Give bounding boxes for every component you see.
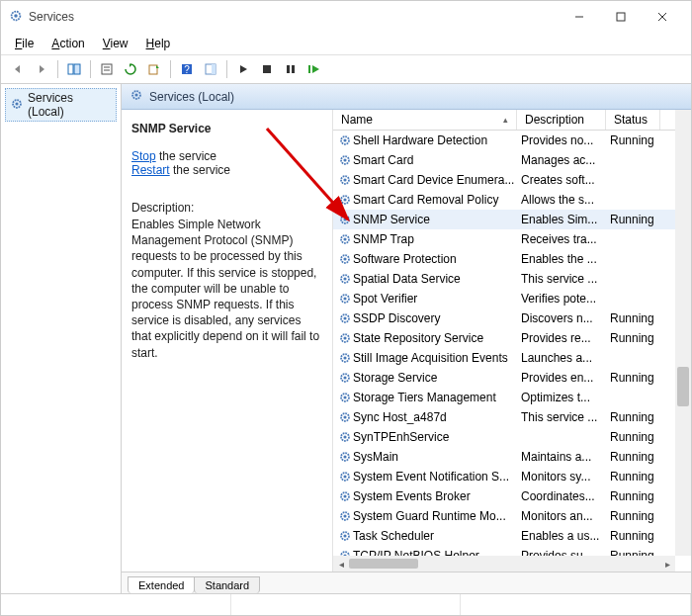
- action-pane-button[interactable]: [200, 58, 221, 80]
- service-row[interactable]: System Event Notification S...Monitors s…: [333, 467, 691, 486]
- service-row[interactable]: Storage Tiers ManagementOptimizes t...: [333, 388, 691, 407]
- service-status: Running: [610, 470, 664, 484]
- service-row[interactable]: Shell Hardware DetectionProvides no...Ru…: [333, 131, 691, 150]
- service-name: Storage Tiers Management: [353, 391, 521, 404]
- service-description: Launches a...: [521, 351, 610, 365]
- service-name: SysMain: [353, 450, 521, 464]
- menu-view[interactable]: View: [95, 35, 136, 52]
- svg-rect-17: [287, 65, 290, 73]
- service-row[interactable]: Task SchedulerEnables a us...Running: [333, 526, 691, 546]
- export-button[interactable]: [143, 58, 165, 80]
- service-status: Running: [610, 311, 664, 325]
- minimize-button[interactable]: [559, 3, 600, 31]
- service-row[interactable]: SysMainMaintains a...Running: [333, 447, 691, 467]
- gear-icon: [337, 331, 353, 345]
- refresh-button[interactable]: [120, 58, 141, 80]
- restart-service-line: Restart the service: [131, 163, 322, 177]
- menubar: File Action View Help: [1, 33, 691, 55]
- properties-button[interactable]: [96, 58, 118, 80]
- svg-point-61: [343, 494, 346, 497]
- service-status: Running: [610, 529, 664, 543]
- service-row[interactable]: Spot VerifierVerifies pote...: [333, 289, 691, 308]
- content-body: SNMP Service Stop the service Restart th…: [122, 110, 691, 572]
- gear-icon: [337, 529, 353, 543]
- nav-services-local[interactable]: Services (Local): [5, 88, 117, 122]
- service-row[interactable]: SNMP ServiceEnables Sim...Running: [333, 210, 691, 229]
- content: Services (Local) SNMP Service Stop the s…: [122, 84, 691, 593]
- column-status[interactable]: Status: [606, 110, 660, 130]
- service-status: Running: [610, 331, 664, 345]
- start-service-button[interactable]: [232, 58, 254, 80]
- column-headers: Name ▴ Description Status: [333, 110, 691, 131]
- service-row[interactable]: Still Image Acquisition EventsLaunches a…: [333, 348, 691, 368]
- gear-icon: [337, 470, 353, 484]
- stop-service-link[interactable]: Stop: [131, 149, 156, 163]
- service-name: State Repository Service: [353, 331, 521, 345]
- selected-service-title: SNMP Service: [131, 122, 322, 135]
- service-status: Running: [610, 509, 664, 523]
- show-hide-tree-button[interactable]: [63, 58, 85, 80]
- stop-service-button[interactable]: [256, 58, 278, 80]
- service-row[interactable]: System Guard Runtime Mo...Monitors an...…: [333, 506, 691, 526]
- status-cell: [461, 594, 691, 615]
- svg-point-55: [343, 435, 346, 438]
- column-name[interactable]: Name ▴: [333, 110, 517, 130]
- service-row[interactable]: State Repository ServiceProvides re...Ru…: [333, 328, 691, 348]
- scroll-thumb[interactable]: [349, 559, 418, 569]
- tab-extended[interactable]: Extended: [128, 576, 195, 593]
- scroll-thumb[interactable]: [677, 367, 689, 406]
- service-row[interactable]: SNMP TrapReceives tra...: [333, 229, 691, 249]
- separator-icon: [170, 60, 171, 78]
- status-cell: [231, 594, 462, 615]
- restart-service-button[interactable]: [303, 58, 325, 80]
- service-description: Monitors an...: [521, 509, 610, 523]
- gear-icon: [337, 410, 353, 424]
- service-row[interactable]: Smart CardManages ac...: [333, 150, 691, 170]
- service-name: Sync Host_a487d: [353, 410, 521, 424]
- gear-icon: [10, 97, 24, 114]
- svg-rect-11: [149, 65, 157, 74]
- scroll-left-icon[interactable]: ◂: [333, 559, 349, 570]
- svg-point-49: [343, 376, 346, 379]
- service-row[interactable]: SynTPEnhServiceRunning: [333, 427, 691, 447]
- vertical-scrollbar[interactable]: [675, 110, 691, 556]
- service-description: Enables a us...: [521, 529, 610, 543]
- description-label: Description:: [131, 201, 322, 215]
- svg-text:?: ?: [184, 64, 190, 75]
- tab-standard[interactable]: Standard: [194, 576, 260, 593]
- pause-service-button[interactable]: [280, 58, 302, 80]
- svg-point-53: [343, 415, 346, 418]
- svg-point-37: [343, 257, 346, 260]
- menu-file[interactable]: File: [7, 35, 42, 52]
- help-button[interactable]: ?: [176, 58, 198, 80]
- horizontal-scrollbar[interactable]: ◂ ▸: [333, 556, 675, 572]
- scroll-right-icon[interactable]: ▸: [659, 559, 675, 570]
- services-app-icon: [9, 9, 23, 26]
- service-row[interactable]: Spatial Data ServiceThis service ...: [333, 269, 691, 289]
- nav-tree: Services (Local): [1, 84, 122, 593]
- service-row[interactable]: System Events BrokerCoordinates...Runnin…: [333, 486, 691, 506]
- service-row[interactable]: Smart Card Removal PolicyAllows the s...: [333, 190, 691, 210]
- svg-point-27: [343, 158, 346, 161]
- maximize-button[interactable]: [600, 3, 642, 31]
- close-button[interactable]: [642, 3, 683, 31]
- service-name: System Events Broker: [353, 489, 521, 503]
- restart-service-link[interactable]: Restart: [131, 163, 170, 177]
- column-description[interactable]: Description: [517, 110, 606, 130]
- detail-pane: SNMP Service Stop the service Restart th…: [122, 110, 333, 572]
- forward-button[interactable]: [31, 58, 52, 80]
- svg-point-33: [343, 218, 346, 220]
- service-row[interactable]: SSDP DiscoveryDiscovers n...Running: [333, 308, 691, 328]
- service-description: Optimizes t...: [521, 391, 610, 404]
- menu-help[interactable]: Help: [138, 35, 179, 52]
- service-row[interactable]: Storage ServiceProvides en...Running: [333, 368, 691, 388]
- service-row[interactable]: Sync Host_a487dThis service ...Running: [333, 407, 691, 427]
- service-status: Running: [610, 489, 664, 503]
- service-description: Provides no...: [521, 133, 610, 147]
- back-button[interactable]: [7, 58, 29, 80]
- gear-icon: [337, 489, 353, 503]
- service-row[interactable]: Smart Card Device Enumera...Creates soft…: [333, 170, 691, 190]
- svg-point-21: [15, 102, 18, 105]
- service-row[interactable]: Software ProtectionEnables the ...: [333, 249, 691, 269]
- menu-action[interactable]: Action: [43, 35, 92, 52]
